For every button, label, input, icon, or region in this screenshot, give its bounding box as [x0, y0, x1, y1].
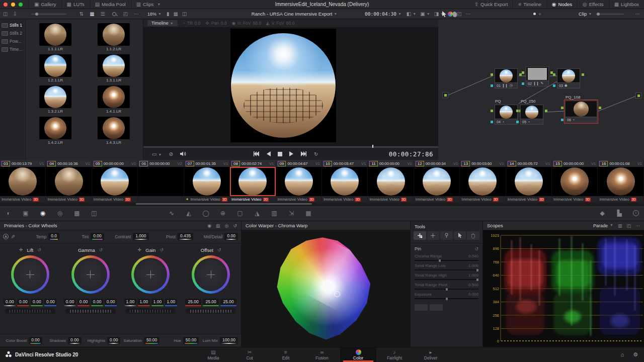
window-close-button[interactable]	[4, 3, 8, 7]
blur-icon[interactable]: ◮	[249, 210, 266, 217]
timeline-clip-16[interactable]: 1600:00:01:08V1✦Immersive Video3D	[598, 160, 643, 205]
wheels-mode-icon[interactable]: ◉	[207, 223, 211, 228]
gallery-still[interactable]: 1.3.1.LR	[85, 51, 143, 82]
window-minimize-button[interactable]	[11, 3, 15, 7]
page-tab-media[interactable]: ▤Media	[195, 347, 231, 362]
warper-footer-button-2[interactable]	[430, 304, 443, 311]
hue-control[interactable]: Hue50.00	[159, 337, 199, 344]
auto-balance-icon[interactable]: A	[3, 234, 9, 239]
curves-icon[interactable]: ◫	[86, 210, 103, 217]
gallery-toggle-button[interactable]: ▣Gallery	[29, 0, 61, 9]
clip-timecode-display[interactable]: 00:00:04:30	[365, 11, 396, 17]
nodes-toggle-button[interactable]: ◉Nodes	[546, 0, 577, 9]
clips-toggle-button[interactable]: ▥Clips▼	[131, 0, 166, 9]
pivot-control[interactable]: Pivot0.435	[151, 233, 194, 240]
custom-curves-icon[interactable]: ∿	[163, 210, 180, 217]
contrast-control[interactable]: Contrast1.000	[106, 233, 149, 240]
hfov-control[interactable]: ◉H. FoV60.0	[232, 21, 261, 26]
power-window-icon[interactable]: ◯	[197, 210, 214, 217]
node-page-dot[interactable]	[539, 13, 541, 15]
bars-mode-icon[interactable]: ▥	[216, 223, 220, 228]
gallery-still[interactable]: 1.4.1.LR	[85, 82, 143, 114]
sidebar-item-stills1[interactable]: Stills 1	[0, 21, 26, 29]
grab-still-icon[interactable]: ⇩	[13, 12, 17, 17]
stereo-3d-icon[interactable]: ▦	[300, 210, 317, 217]
quick-export-button[interactable]: ⇪Quick Export	[469, 0, 513, 9]
hand-tool-icon[interactable]	[452, 11, 457, 17]
expand-icon[interactable]: ◰	[123, 12, 128, 17]
timeline-clip-15[interactable]: 1500:00:00:00V1✦Immersive Video3D	[552, 160, 598, 205]
qualifier-icon[interactable]: ◭	[180, 210, 197, 217]
go-to-start-icon[interactable]	[253, 151, 260, 156]
sidebar-item-powergrade[interactable]: Pow...	[0, 37, 26, 45]
viewer-mode-select[interactable]: Timeline▼	[147, 20, 178, 26]
search-icon[interactable]	[112, 12, 116, 16]
timeline-clip-14[interactable]: 1400:00:05:72V1✦Immersive Video3D	[506, 160, 552, 205]
keyframes-icon[interactable]: ◆	[594, 210, 611, 217]
gain-reset-icon[interactable]: ↺	[159, 247, 164, 252]
timeline-toggle-button[interactable]: ≡Timeline	[513, 0, 546, 9]
node-05[interactable]: PQ_250 05◔	[520, 105, 543, 125]
timeline-clip-03[interactable]: 0300:00:13:79V1✦Immersive Video3D	[0, 160, 46, 205]
page-tab-color[interactable]: Color	[340, 347, 376, 362]
magic-mask-icon[interactable]: ▢	[231, 210, 249, 217]
gain-color-wheel[interactable]	[131, 255, 170, 294]
color-warper-icon[interactable]: ▩	[68, 210, 86, 217]
gain-crosshair-icon[interactable]: ✛	[138, 247, 142, 252]
gain-master-dial[interactable]	[125, 308, 176, 314]
project-home-icon[interactable]: ⌂	[620, 351, 624, 358]
lift-reset-icon[interactable]: ↺	[37, 247, 41, 252]
sidebar-item-stills2[interactable]: Stills 2	[0, 29, 26, 37]
wipe-mode-icon[interactable]: ◧	[407, 12, 411, 17]
tonal-range-pivot-slider[interactable]: Tonal Range Pivot0.500	[411, 281, 482, 291]
lift-values[interactable]: 0.00 0.00 0.00 0.00	[0, 299, 60, 306]
timeline-clip-06[interactable]: 0600:00:00:00V2	[138, 160, 184, 205]
select-tool-button[interactable]	[454, 231, 466, 240]
key-icon[interactable]: ▥	[266, 210, 283, 217]
gallery-still[interactable]: 1.1.2.LR	[85, 20, 143, 51]
gallery-still[interactable]: 1.4.3.LR	[85, 114, 143, 145]
effects-toggle-button[interactable]: ◎Effects	[577, 0, 609, 9]
mid-detail-control[interactable]: Mid/Detail0.00	[195, 233, 238, 240]
gallery-still[interactable]: 1.4.2.LR	[26, 114, 85, 145]
gamma-color-wheel[interactable]	[71, 255, 110, 294]
delete-pin-tool-button[interactable]	[467, 231, 479, 240]
scopes-toggle-icon[interactable]: ▙	[611, 210, 628, 217]
page-tab-fairlight[interactable]: ♪Fairlight	[376, 347, 413, 362]
tilt-control[interactable]: ◔Tilt0.0	[183, 21, 201, 26]
vfov-control[interactable]: ◭V. FoV60.0	[266, 21, 294, 26]
node-03[interactable]: 03◉	[557, 68, 580, 88]
timeline-selector[interactable]: Ranch - URSA Cine Immersive Export	[252, 11, 333, 17]
image-wipe-icon[interactable]: ▣	[420, 12, 425, 17]
offset-values[interactable]: 25.00 25.00 25.00	[181, 299, 241, 306]
lift-color-wheel[interactable]	[11, 255, 49, 294]
timeline-clip-13[interactable]: 1300:00:03:60V1✦Immersive Video3D	[460, 160, 506, 205]
offset-reset-icon[interactable]: ↺	[217, 247, 221, 252]
camera-raw-icon[interactable]: ◐	[0, 210, 17, 217]
enhanced-viewer-icon[interactable]: ◫	[182, 12, 187, 17]
cursor-tool-icon[interactable]	[442, 11, 447, 17]
exposure-slider[interactable]: Exposure0.000	[411, 291, 482, 300]
video-frame[interactable]	[230, 29, 336, 142]
timeline-clip-09[interactable]: 0900:00:04:67V1✦Immersive Video3D	[276, 160, 322, 205]
chroma-warp-gamut[interactable]	[268, 235, 384, 343]
node-01[interactable]: 01❙❙◷	[495, 68, 518, 88]
gamma-master-dial[interactable]	[65, 308, 116, 314]
hdr-wheels-icon[interactable]: ◎	[51, 210, 68, 217]
sort-icon[interactable]: ⇅	[79, 12, 84, 17]
window-zoom-button[interactable]	[19, 3, 23, 7]
chroma-range-slider[interactable]: Chroma Range0.040	[411, 252, 482, 262]
gain-values[interactable]: 1.00 1.00 1.00 1.00	[121, 299, 181, 306]
panel-collapse-icon[interactable]: ◫	[3, 12, 8, 17]
timeline-clip-08-selected[interactable]: 0800:00:02:74V1✦Immersive Video3D	[230, 160, 276, 205]
add-pin-tool-button[interactable]	[414, 231, 426, 240]
scope-options-icon[interactable]: ⋯	[635, 223, 640, 228]
go-to-end-icon[interactable]	[300, 151, 307, 156]
node-graph[interactable]: 01❙❙◷ 02❙❙✎ 03◉ PQ 04◔ PQ_250 05◔ PQ_108…	[438, 19, 644, 160]
page-tab-edit[interactable]: ≡Edit	[268, 347, 304, 362]
reset-all-icon[interactable]: ↺	[233, 223, 237, 228]
play-icon[interactable]	[289, 151, 293, 156]
temp-control[interactable]: Temp0.0	[17, 233, 59, 240]
shadows-control[interactable]: Shadows0.00	[42, 337, 82, 344]
gallery-zoom-slider[interactable]	[31, 14, 66, 15]
